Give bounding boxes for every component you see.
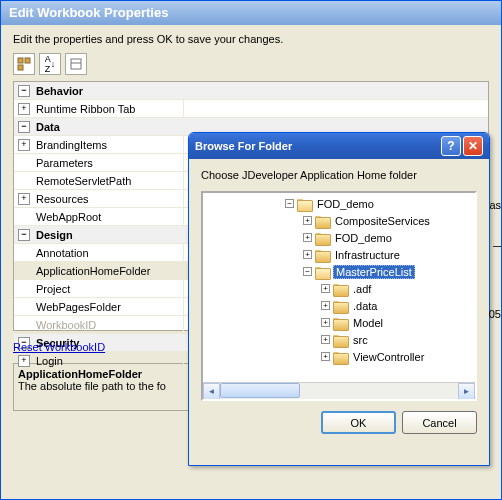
close-button[interactable]: ✕: [463, 136, 483, 156]
category-behavior: Behavior: [34, 85, 488, 97]
folder-icon: [315, 249, 329, 261]
prop-webpages[interactable]: WebPagesFolder: [34, 301, 183, 313]
tree-label[interactable]: CompositeServices: [333, 215, 432, 227]
cutoff-line: [493, 246, 501, 247]
window-hint: Edit the properties and press OK to save…: [13, 33, 489, 45]
expand-icon[interactable]: +: [303, 233, 312, 242]
collapse-icon[interactable]: −: [18, 229, 30, 241]
prop-runtime-ribbon[interactable]: Runtime Ribbon Tab: [34, 103, 183, 115]
category-data: Data: [34, 121, 488, 133]
expand-icon[interactable]: +: [303, 250, 312, 259]
tree-item[interactable]: −MasterPriceList: [203, 263, 475, 280]
collapse-icon[interactable]: −: [303, 267, 312, 276]
collapse-icon[interactable]: −: [18, 85, 30, 97]
folder-icon: [333, 334, 347, 346]
expand-icon[interactable]: +: [321, 301, 330, 310]
tree-label[interactable]: Model: [351, 317, 385, 329]
expand-icon[interactable]: +: [321, 352, 330, 361]
scroll-right-icon[interactable]: ►: [458, 383, 475, 400]
property-pages-icon[interactable]: [65, 53, 87, 75]
categorized-icon[interactable]: [13, 53, 35, 75]
property-toolbar: AZ↓: [13, 53, 489, 75]
tree-label[interactable]: src: [351, 334, 370, 346]
prop-resources[interactable]: Resources: [34, 193, 183, 205]
prop-apphome[interactable]: ApplicationHomeFolder: [34, 265, 183, 277]
collapse-icon[interactable]: −: [285, 199, 294, 208]
prop-parameters[interactable]: Parameters: [34, 157, 183, 169]
reset-workbookid-link[interactable]: Reset WorkbookID: [13, 341, 105, 353]
alphabetical-icon[interactable]: AZ↓: [39, 53, 61, 75]
tree-item[interactable]: +CompositeServices: [203, 212, 475, 229]
folder-icon: [315, 266, 329, 278]
prop-annotation[interactable]: Annotation: [34, 247, 183, 259]
svg-rect-2: [18, 65, 23, 70]
expand-icon[interactable]: +: [303, 216, 312, 225]
tree-root[interactable]: FOD_demo: [315, 198, 376, 210]
dialog-hint: Choose JDeveloper Application Home folde…: [201, 169, 477, 181]
tree-label[interactable]: MasterPriceList: [333, 265, 415, 279]
prop-workbookid: WorkbookID: [34, 319, 183, 331]
prop-branding[interactable]: BrandingItems: [34, 139, 183, 151]
prop-login[interactable]: Login: [34, 355, 183, 367]
prop-webapproot[interactable]: WebAppRoot: [34, 211, 183, 223]
cutoff-text: as: [489, 199, 501, 211]
expand-icon[interactable]: +: [18, 193, 30, 205]
expand-icon[interactable]: +: [321, 335, 330, 344]
folder-icon: [315, 215, 329, 227]
ok-button[interactable]: OK: [321, 411, 396, 434]
prop-project[interactable]: Project: [34, 283, 183, 295]
window-title: Edit Workbook Properties: [1, 1, 501, 25]
tree-item[interactable]: +Model: [203, 314, 475, 331]
folder-tree[interactable]: − FOD_demo +CompositeServices+FOD_demo+I…: [201, 191, 477, 401]
folder-icon: [333, 317, 347, 329]
svg-rect-0: [18, 58, 23, 63]
expand-icon[interactable]: +: [321, 284, 330, 293]
scroll-track[interactable]: [220, 383, 458, 399]
expand-icon[interactable]: +: [18, 103, 30, 115]
tree-label[interactable]: .adf: [351, 283, 373, 295]
folder-open-icon: [297, 198, 311, 210]
tree-item[interactable]: +.data: [203, 297, 475, 314]
folder-icon: [333, 300, 347, 312]
help-button[interactable]: ?: [441, 136, 461, 156]
tree-label[interactable]: ViewController: [351, 351, 426, 363]
folder-icon: [333, 351, 347, 363]
expand-icon[interactable]: +: [18, 139, 30, 151]
tree-item[interactable]: +ViewController: [203, 348, 475, 365]
tree-label[interactable]: .data: [351, 300, 379, 312]
collapse-icon[interactable]: −: [18, 121, 30, 133]
tree-item[interactable]: +FOD_demo: [203, 229, 475, 246]
horizontal-scrollbar[interactable]: ◄ ►: [203, 382, 475, 399]
tree-item[interactable]: +src: [203, 331, 475, 348]
tree-label[interactable]: FOD_demo: [333, 232, 394, 244]
expand-icon[interactable]: +: [18, 355, 30, 367]
cutoff-text: 05: [489, 308, 501, 320]
scroll-thumb[interactable]: [220, 383, 300, 398]
expand-icon[interactable]: +: [321, 318, 330, 327]
tree-label[interactable]: Infrastructure: [333, 249, 402, 261]
dialog-title: Browse For Folder: [195, 140, 439, 152]
cancel-button[interactable]: Cancel: [402, 411, 477, 434]
dialog-titlebar[interactable]: Browse For Folder ? ✕: [189, 133, 489, 159]
browse-folder-dialog: Browse For Folder ? ✕ Choose JDeveloper …: [188, 132, 490, 466]
tree-item[interactable]: +.adf: [203, 280, 475, 297]
prop-remote[interactable]: RemoteServletPath: [34, 175, 183, 187]
scroll-left-icon[interactable]: ◄: [203, 383, 220, 400]
tree-item[interactable]: +Infrastructure: [203, 246, 475, 263]
svg-rect-1: [25, 58, 30, 63]
folder-icon: [333, 283, 347, 295]
folder-icon: [315, 232, 329, 244]
svg-rect-3: [71, 59, 81, 69]
